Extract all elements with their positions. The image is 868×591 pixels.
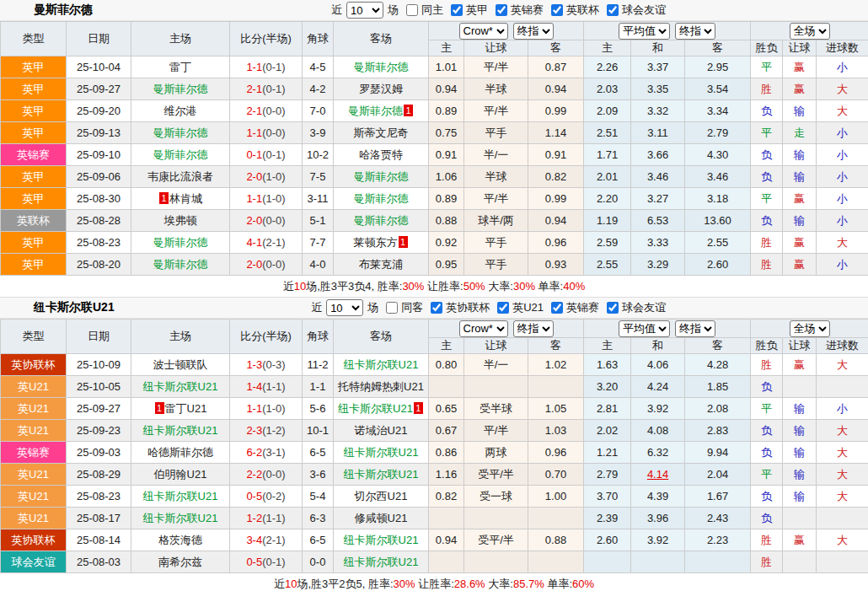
away-team-name[interactable]: 纽卡斯尔联U21 (344, 446, 419, 459)
match-date: 25-09-13 (67, 122, 131, 144)
col-header-score: 比分(半场) (230, 320, 303, 354)
away-team-name[interactable]: 纽卡斯尔联U21 (344, 468, 419, 481)
same-venue-checkbox[interactable] (386, 302, 398, 314)
highlighted-odds: 4.14 (647, 468, 668, 481)
result-outcome: 胜 (751, 254, 783, 276)
summary-line: 近10场,胜3平2负5, 胜率:30% 让胜率:28.6% 大率:85.7% 单… (0, 573, 868, 591)
home-team-name[interactable]: 林肯城 (169, 192, 202, 205)
league-filter-checkbox[interactable] (551, 302, 563, 314)
match-count-select[interactable]: 10 (346, 2, 383, 19)
fulltime-score: 0-5 (246, 490, 262, 502)
home-team-name[interactable]: 曼斯菲尔德 (153, 258, 208, 271)
away-team-name[interactable]: 曼斯菲尔德 (354, 192, 409, 205)
average-select[interactable]: 平均值 (619, 23, 670, 40)
scope-select[interactable]: 全场 (790, 23, 830, 40)
final-odds-select[interactable]: 终指 (675, 23, 715, 40)
avg-away-odds: 4.28 (685, 354, 751, 376)
result-outcome: 胜 (751, 354, 783, 376)
league-filter-checkbox[interactable] (497, 302, 509, 314)
away-team-name[interactable]: 修咸顿U21 (355, 512, 408, 524)
league-filter-checkbox[interactable] (551, 4, 563, 16)
away-team-name[interactable]: 纽卡斯尔联U21 (344, 358, 419, 371)
home-team-name[interactable]: 格茨海德 (158, 534, 202, 546)
home-team-name[interactable]: 纽卡斯尔联U21 (143, 424, 218, 437)
away-team-name[interactable]: 罗瑟汉姆 (359, 83, 403, 95)
league-filter-checkbox[interactable] (607, 302, 619, 314)
halftime-score: (0-1) (262, 148, 285, 161)
away-team-name[interactable]: 纽卡斯尔联U21 (338, 402, 413, 415)
corner-count: 6-5 (303, 529, 334, 551)
bookmaker-select[interactable]: Crow* (459, 320, 508, 337)
avg-away-odds: 2.60 (685, 254, 751, 276)
away-team-name[interactable]: 纽卡斯尔联U21 (344, 556, 419, 568)
bookmaker-select[interactable]: Crow* (459, 23, 508, 40)
same-venue-checkbox[interactable] (406, 4, 418, 16)
away-team-cell: 曼斯菲尔德 (334, 166, 429, 188)
league-filter-label: 球会友谊 (622, 300, 666, 315)
away-team-name[interactable]: 切尔西U21 (355, 490, 408, 502)
crow-home-odds: 0.94 (429, 529, 464, 551)
avg-away-odds: 2.83 (685, 420, 751, 442)
final-odds-select[interactable]: 终指 (513, 23, 554, 40)
home-team-cell: 曼斯菲尔德 (131, 78, 230, 100)
away-team-name[interactable]: 莱顿东方 (354, 236, 398, 249)
final-odds-select[interactable]: 终指 (675, 320, 715, 337)
league-filter-checkbox[interactable] (607, 4, 619, 16)
red-card-badge: 1 (399, 236, 408, 248)
home-team-name[interactable]: 埃弗顿 (164, 214, 197, 227)
league-filter-checkbox[interactable] (431, 302, 442, 314)
home-team-cell: 1雷丁U21 (131, 398, 230, 420)
crow-away-odds: 0.96 (528, 232, 584, 254)
home-team-name[interactable]: 伯明翰U21 (154, 468, 207, 481)
home-team-name[interactable]: 曼斯菲尔德 (153, 148, 208, 161)
unit-label: 场 (388, 3, 399, 18)
home-team-name[interactable]: 南希尔兹 (158, 556, 202, 568)
away-team-name[interactable]: 布莱克浦 (359, 258, 403, 271)
avg-away-odds: 2.95 (685, 56, 751, 78)
subcol-crow-handicap: 让球 (464, 40, 528, 56)
home-team-name[interactable]: 纽卡斯尔联U21 (143, 512, 218, 524)
home-team-name[interactable]: 哈德斯菲尔德 (147, 446, 213, 459)
away-team-name[interactable]: 曼斯菲尔德 (354, 170, 409, 183)
home-team-name[interactable]: 曼斯菲尔德 (153, 236, 208, 249)
home-team-name[interactable]: 曼斯菲尔德 (153, 126, 208, 139)
subcol-crow-home: 主 (429, 40, 464, 56)
away-team-name[interactable]: 斯蒂文尼奇 (354, 126, 409, 139)
average-select[interactable]: 平均值 (619, 320, 670, 337)
league-filter-checkbox[interactable] (451, 4, 463, 16)
home-team-name[interactable]: 雷丁U21 (165, 402, 207, 415)
avg-away-odds: 2.23 (685, 529, 751, 551)
summary-stat-value: 60% (572, 578, 594, 590)
subcol-outcome: 胜负 (751, 40, 783, 56)
league-badge: 英甲 (1, 166, 67, 188)
league-filter-checkbox[interactable] (496, 4, 507, 16)
scope-select[interactable]: 全场 (790, 320, 830, 337)
away-team-name[interactable]: 曼斯菲尔德 (348, 105, 403, 117)
halftime-score: (1-2) (262, 424, 285, 437)
summary-stat-value: 50% (463, 280, 485, 293)
home-team-name[interactable]: 纽卡斯尔联U21 (143, 490, 218, 502)
fulltime-score: 2-0 (246, 214, 262, 227)
away-team-name[interactable]: 曼斯菲尔德 (354, 61, 409, 73)
away-team-name[interactable]: 曼斯菲尔德 (354, 214, 409, 227)
home-team-name[interactable]: 纽卡斯尔联U21 (143, 380, 218, 393)
subcol-avg-away: 客 (685, 40, 751, 56)
halftime-score: (0-0) (262, 126, 285, 139)
final-odds-select[interactable]: 终指 (513, 320, 554, 337)
match-count-select[interactable]: 10 (326, 299, 363, 316)
away-team-name[interactable]: 诺域治U21 (355, 424, 408, 437)
avg-away-odds: 1.67 (685, 486, 751, 508)
red-card-badge: 1 (404, 105, 413, 116)
home-team-name[interactable]: 维尔港 (164, 105, 197, 117)
league-badge: 英U21 (1, 420, 67, 442)
home-team-name[interactable]: 波士顿联队 (153, 358, 208, 371)
corner-count: 4-0 (303, 254, 334, 276)
away-team-name[interactable]: 纽卡斯尔联U21 (344, 534, 419, 546)
home-team-name[interactable]: 雷丁 (169, 61, 191, 73)
fulltime-score: 1-1 (246, 192, 262, 205)
home-team-name[interactable]: 曼斯菲尔德 (153, 83, 208, 95)
result-outcome: 胜 (751, 78, 783, 100)
away-team-name[interactable]: 托特纳姆热刺U21 (338, 380, 424, 393)
away-team-name[interactable]: 哈洛贾特 (359, 148, 403, 161)
home-team-name[interactable]: 韦康比流浪者 (147, 170, 213, 183)
